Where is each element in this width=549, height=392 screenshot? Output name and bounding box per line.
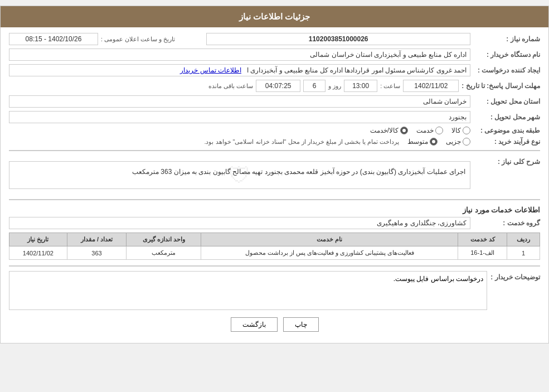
- roz-value: 6: [303, 80, 325, 92]
- back-button[interactable]: بازگشت: [231, 317, 278, 332]
- services-table: ردیف کد خدمت نام خدمت واحد اندازه گیری ت…: [9, 233, 540, 260]
- sharh-koli-text: اجرای عملیات آبخیزداری (گابیون بندی) در …: [132, 168, 465, 176]
- mande-label: ساعت باقی مانده: [208, 83, 253, 90]
- radio-jozii-label: جزیی: [446, 138, 461, 146]
- ijad-konande-label: ایجاد کننده درخواست :: [473, 66, 540, 74]
- cell-nam: فعالیت‌های پشتیبانی کشاورزی و فعالیت‌های…: [201, 246, 458, 260]
- col-kod: کد خدمت: [458, 233, 507, 246]
- radio-kala-khadamat-label: کالا/خدمت: [370, 127, 399, 134]
- table-header-row: ردیف کد خدمت نام خدمت واحد اندازه گیری ت…: [9, 233, 540, 246]
- radio-kala-khadamat[interactable]: کالا/خدمت: [370, 127, 408, 134]
- tarikh-aclan-label: تاریخ و ساعت اعلان عمومی :: [101, 36, 175, 43]
- col-radif: ردیف: [507, 233, 540, 246]
- tozihat-textarea[interactable]: [9, 271, 487, 310]
- radio-kala-khadamat-circle: [400, 127, 408, 134]
- radio-mottavasset-circle: [430, 138, 438, 146]
- divider-1: [9, 150, 540, 151]
- tabaqe-bandi-row: طبقه بندی موضوعی : کالا خدمت کالا/خدمت: [9, 127, 540, 134]
- print-button[interactable]: چاپ: [283, 317, 319, 332]
- radio-kala-label: کالا: [451, 127, 461, 134]
- saat-value: 13:00: [344, 80, 377, 92]
- mande-value: 04:07:25: [256, 80, 300, 92]
- khadamat-section-title: اطلاعات خدمات مورد نیاز: [9, 206, 540, 214]
- noe-farayand-options: جزیی متوسط: [407, 138, 470, 146]
- radio-mottavasset-label: متوسط: [407, 138, 428, 146]
- shahr-tahvil-label: شهر محل تحویل :: [473, 113, 540, 121]
- groupe-khadamat-value: کشاورزی، جنگلداری و ماهیگیری: [9, 217, 470, 229]
- ostan-tahvil-label: استان محل تحویل :: [473, 98, 540, 105]
- radio-khadamat-circle: [435, 127, 443, 134]
- page-wrapper: جزئیات اطلاعات نیاز شماره نیاز : 1102003…: [0, 6, 549, 343]
- sharh-koli-label: شرح کلی نیاز :: [473, 156, 540, 166]
- tarikh-ersal-date: 1402/11/02: [403, 80, 459, 92]
- ijad-konande-value: احمد غروی کارشناس مسئول امور قراردادها ا…: [9, 64, 470, 76]
- radio-jozii[interactable]: جزیی: [446, 138, 470, 146]
- cell-vahed: مترمکعب: [127, 246, 201, 260]
- sharh-koli-row: شرح کلی نیاز : 🛡 اجرای عملیات آبخیزداری …: [9, 156, 540, 195]
- radio-khadamat-label: خدمت: [416, 127, 434, 134]
- shomare-niaz-value: 1102003851000026: [206, 33, 470, 45]
- shahr-tahvil-row: شهر محل تحویل : بجنورد: [9, 111, 540, 123]
- tabaqe-bandi-label: طبقه بندی موضوعی :: [473, 127, 540, 134]
- shomare-tarikh-row: شماره نیاز : 1102003851000026 تاریخ و سا…: [9, 33, 540, 45]
- radio-mottavasset[interactable]: متوسط: [407, 138, 438, 146]
- noe-farayand-row: نوع فرآیند خرید : جزیی متوسط پرداخت تمام…: [9, 138, 540, 146]
- ostan-tahvil-row: استان محل تحویل : خراسان شمالی: [9, 95, 540, 108]
- shahr-tahvil-value: بجنورد: [9, 111, 470, 123]
- cell-kod: الف-1-16: [458, 246, 507, 260]
- col-tarikh: تاریخ نیاز: [9, 233, 67, 246]
- content-area: شماره نیاز : 1102003851000026 تاریخ و سا…: [1, 27, 548, 343]
- tozihat-row: توضیحات خریدار :: [9, 271, 540, 312]
- nam-dastgah-row: نام دستگاه خریدار : اداره کل منابع طبیعی…: [9, 49, 540, 61]
- shomare-niaz-label: شماره نیاز :: [473, 35, 540, 43]
- cell-tedad: 363: [67, 246, 127, 260]
- cell-tarikh: 1402/11/02: [9, 246, 67, 260]
- divider-3: [9, 265, 540, 267]
- radio-kala-circle: [463, 127, 470, 134]
- tamas-khardar-link[interactable]: اطلاعات تماس خریدار: [180, 66, 241, 74]
- page-header: جزئیات اطلاعات نیاز: [1, 6, 548, 27]
- radio-kala[interactable]: کالا: [451, 127, 470, 134]
- farayand-note: پرداخت تمام یا بخشی از مبلغ خریدار از مح…: [204, 138, 399, 146]
- ijad-konande-text: احمد غروی کارشناس مسئول امور قراردادها ا…: [247, 66, 467, 74]
- tozihat-label: توضیحات خریدار :: [490, 271, 540, 312]
- cell-radif: 1: [507, 246, 540, 260]
- tabaqe-bandi-options: کالا خدمت کالا/خدمت: [370, 127, 470, 134]
- roz-label: روز و: [328, 83, 341, 90]
- col-vahed: واحد اندازه گیری: [127, 233, 201, 246]
- nam-dastgah-value: اداره کل منابع طبیعی و آبخیزداری استان خ…: [9, 49, 470, 61]
- noe-farayand-label: نوع فرآیند خرید :: [473, 138, 540, 146]
- ostan-tahvil-value: خراسان شمالی: [9, 95, 470, 108]
- saat-label: ساعت :: [380, 83, 400, 90]
- sharh-koli-value: 🛡 اجرای عملیات آبخیزداری (گابیون بندی) د…: [9, 161, 470, 189]
- ijad-konande-row: ایجاد کننده درخواست : احمد غروی کارشناس …: [9, 64, 540, 76]
- tozihat-container: [9, 271, 487, 312]
- nam-dastgah-label: نام دستگاه خریدار :: [473, 51, 540, 59]
- radio-khadamat[interactable]: خدمت: [416, 127, 443, 134]
- radio-jozii-circle: [463, 138, 470, 146]
- groupe-khadamat-label: گروه خدمت :: [473, 219, 540, 227]
- tarikh-aclan-value: 1402/10/26 - 08:15: [9, 33, 98, 45]
- tarikh-ersal-label: مهلت ارسال پاسخ: تا تاریخ :: [461, 82, 540, 90]
- divider-2: [9, 199, 540, 200]
- col-tedad: تعداد / مقدار: [67, 233, 127, 246]
- table-row: 1 الف-1-16 فعالیت‌های پشتیبانی کشاورزی و…: [9, 246, 540, 260]
- btn-row: چاپ بازگشت: [9, 317, 540, 332]
- page-title: جزئیات اطلاعات نیاز: [239, 12, 310, 21]
- groupe-khadamat-row: گروه خدمت : کشاورزی، جنگلداری و ماهیگیری: [9, 217, 540, 229]
- col-nam: نام خدمت: [201, 233, 458, 246]
- mohlat-ersal-row: مهلت ارسال پاسخ: تا تاریخ : 1402/11/02 س…: [9, 80, 540, 92]
